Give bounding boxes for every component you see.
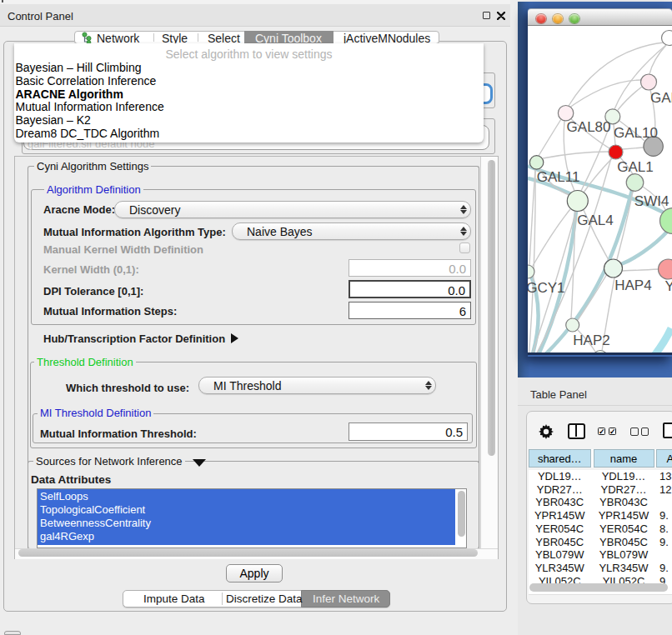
svg-text:GAL11: GAL11	[537, 169, 580, 185]
svg-text:GAL4: GAL4	[577, 212, 613, 228]
svg-text:HAP4: HAP4	[614, 278, 651, 293]
svg-text:YJ: YJ	[665, 278, 672, 294]
svg-text:GAL80: GAL80	[567, 119, 611, 135]
svg-text:GCY1: GCY1	[528, 280, 564, 296]
svg-text:SWI4: SWI4	[634, 193, 669, 209]
svg-text:GAL1: GAL1	[617, 159, 653, 175]
svg-text:HAP2: HAP2	[573, 332, 609, 348]
svg-text:GAL10: GAL10	[614, 125, 658, 141]
svg-text:GAL2: GAL2	[650, 90, 672, 106]
